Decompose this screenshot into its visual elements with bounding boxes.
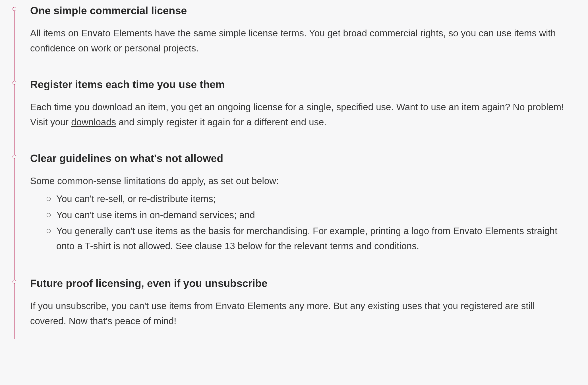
body-text-after-link: and simply register it again for a diffe…	[116, 117, 326, 127]
section-heading: Register items each time you use them	[30, 78, 574, 91]
section-future-proof: Future proof licensing, even if you unsu…	[14, 277, 574, 334]
section-register-items: Register items each time you use them Ea…	[14, 78, 574, 152]
limitations-list: You can't re-sell, or re-distribute item…	[30, 192, 574, 254]
section-heading: Future proof licensing, even if you unsu…	[30, 277, 574, 290]
list-item: You can't use items in on-demand service…	[47, 208, 564, 223]
timeline-marker-icon	[13, 280, 16, 284]
section-simple-license: One simple commercial license All items …	[14, 4, 574, 78]
section-heading: Clear guidelines on what's not allowed	[30, 152, 574, 165]
section-body: Each time you download an item, you get …	[30, 100, 573, 130]
list-item: You generally can't use items as the bas…	[47, 224, 564, 254]
section-guidelines: Clear guidelines on what's not allowed S…	[14, 152, 574, 277]
timeline-marker-icon	[13, 7, 16, 11]
section-body: All items on Envato Elements have the sa…	[30, 26, 573, 56]
timeline-marker-icon	[13, 81, 16, 85]
downloads-link[interactable]: downloads	[71, 117, 116, 127]
list-item: You can't re-sell, or re-distribute item…	[47, 192, 564, 207]
license-timeline: One simple commercial license All items …	[0, 0, 588, 339]
section-body: If you unsubscribe, you can't use items …	[30, 299, 573, 329]
timeline-marker-icon	[13, 155, 16, 159]
section-heading: One simple commercial license	[30, 4, 574, 17]
section-body: Some common-sense limitations do apply, …	[30, 174, 573, 189]
